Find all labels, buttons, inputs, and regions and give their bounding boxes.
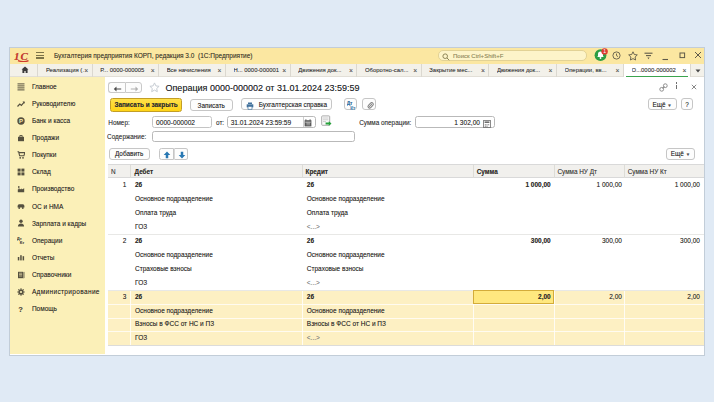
svg-text:?: ?	[18, 305, 23, 313]
svg-text:P: P	[19, 118, 23, 124]
svg-text:С: С	[21, 50, 29, 62]
svg-text:Кт: Кт	[350, 106, 356, 110]
svg-text:1: 1	[603, 48, 606, 54]
svg-text:Кт: Кт	[20, 241, 25, 245]
